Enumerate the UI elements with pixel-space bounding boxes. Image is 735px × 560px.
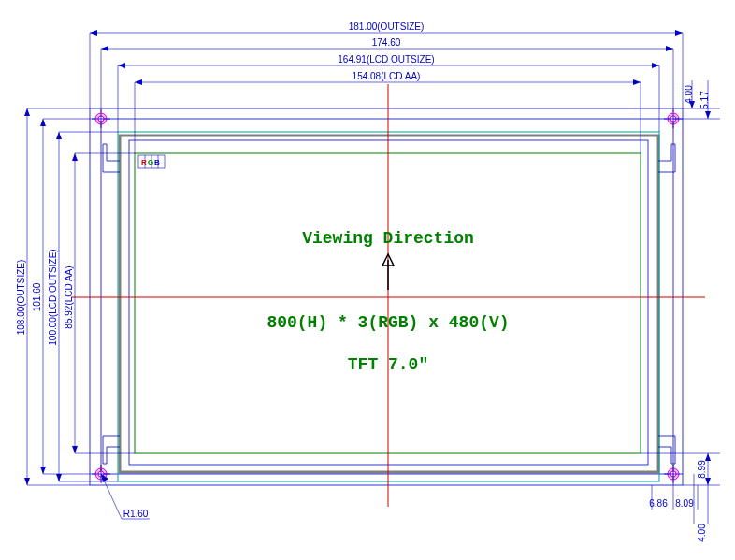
viewing-direction-label: Viewing Direction <box>302 229 474 248</box>
dim-left3: 100.00(LCD OUTSIZE) <box>48 249 58 345</box>
dim-top3: 164.91(LCD OUTSIZE) <box>338 54 434 65</box>
svg-marker-37 <box>633 79 641 85</box>
svg-marker-57 <box>72 446 78 453</box>
dim-top1: 181.00(OUTSIZE) <box>349 22 425 32</box>
rgb-detail: R G B <box>138 155 165 168</box>
dim-top4: 154.08(LCD AA) <box>353 71 421 81</box>
svg-marker-27 <box>666 46 673 51</box>
rgb-r: R <box>141 158 147 166</box>
right-dims-top: 4.00 5.17 <box>673 80 720 119</box>
svg-marker-32 <box>652 63 659 68</box>
svg-marker-52 <box>56 474 62 481</box>
tft-size-label: TFT 7.0" <box>348 355 428 374</box>
dim-top2: 174.60 <box>372 37 401 48</box>
lugs <box>103 144 675 464</box>
svg-marker-51 <box>56 132 62 139</box>
svg-marker-26 <box>101 46 108 51</box>
radius-callout: R1.60 <box>101 474 150 519</box>
resolution-label: 800(H) * 3(RGB) x 480(V) <box>267 313 509 332</box>
rgb-g: G <box>148 158 153 166</box>
svg-marker-46 <box>40 119 46 126</box>
svg-marker-22 <box>675 30 683 36</box>
rect-17460 <box>101 119 673 474</box>
svg-marker-47 <box>40 467 46 474</box>
svg-marker-56 <box>72 153 78 161</box>
dim-left1: 108.00(OUTSIZE) <box>16 260 26 336</box>
dim-right1: 4.00 <box>684 85 694 104</box>
right-dims-bottom: 8.99 6.86 8.09 4.00 <box>641 453 720 542</box>
mounting-holes <box>92 109 683 483</box>
outer-bezel <box>120 136 658 472</box>
svg-marker-67 <box>705 453 711 461</box>
dim-left2: 101.60 <box>32 282 42 311</box>
rgb-b: B <box>154 158 160 166</box>
dim-right6: 4.00 <box>697 524 707 542</box>
dim-radius: R1.60 <box>123 509 149 519</box>
dim-right3: 8.99 <box>697 460 707 479</box>
top-dims: 181.00(OUTSIZE) 174.60 164.91(LCD OUTSIZ… <box>90 22 683 153</box>
svg-marker-31 <box>118 63 125 68</box>
svg-marker-21 <box>90 30 97 36</box>
dim-left4: 85.92(LCD AA) <box>64 266 74 328</box>
mechanical-drawing: R G B 181.00(OUTSIZE) <box>0 0 735 560</box>
svg-marker-36 <box>135 79 142 85</box>
dim-right2: 5.17 <box>699 91 710 109</box>
dim-right5: 8.09 <box>675 498 694 509</box>
svg-marker-63 <box>705 111 711 119</box>
svg-marker-41 <box>24 108 30 116</box>
svg-marker-42 <box>24 478 30 485</box>
